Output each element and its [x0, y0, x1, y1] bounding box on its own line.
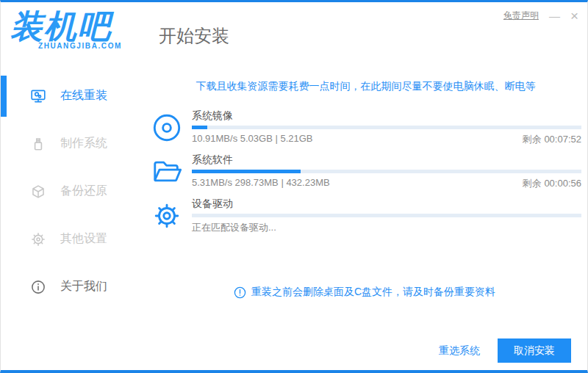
- titlebar-controls: 免责声明 — ×: [503, 9, 578, 23]
- info-icon: [30, 279, 46, 295]
- close-button[interactable]: ×: [570, 9, 578, 23]
- sidebar-item-label: 制作系统: [60, 136, 107, 151]
- sidebar: 在线重装 制作系统 备份还原 其他设置: [1, 72, 140, 311]
- progress-fill: [192, 170, 301, 173]
- sidebar-item-make-system[interactable]: 制作系统: [1, 120, 140, 167]
- task-name: 设备驱动: [192, 198, 581, 211]
- cancel-install-button[interactable]: 取消安装: [498, 338, 571, 363]
- disclaimer-link[interactable]: 免责声明: [503, 10, 539, 22]
- folder-icon: [151, 156, 182, 187]
- notice-text: 重装之前会删除桌面及C盘文件，请及时备份重要资料: [251, 286, 495, 299]
- footer-actions: 重选系统 取消安装: [439, 338, 571, 363]
- disc-icon: [151, 112, 182, 143]
- minimize-button[interactable]: —: [549, 10, 560, 21]
- task-name: 系统软件: [192, 153, 581, 167]
- logo-text: 装机吧: [10, 8, 122, 46]
- sidebar-item-online-reinstall[interactable]: 在线重装: [1, 72, 140, 120]
- gear-icon: [30, 231, 46, 247]
- main-content: 下载且收集资源需要耗费一点时间，在此期间尽量不要使电脑休眠、断电等 系统镜像 1…: [140, 67, 588, 309]
- reselect-system-button[interactable]: 重选系统: [439, 344, 480, 358]
- progress-fill: [192, 126, 207, 129]
- progress-bar: [192, 214, 581, 217]
- sidebar-item-label: 其他设置: [60, 231, 107, 247]
- sidebar-item-label: 在线重装: [60, 88, 107, 104]
- app-window: 装机吧 ZHUANGJIBA.COM 开始安装 免责声明 — × 在线重装 制作…: [0, 0, 588, 373]
- exclamation-circle-icon: [234, 286, 246, 299]
- monitor-reinstall-icon: [30, 88, 46, 104]
- task-row-system-image: 系统镜像 10.91MB/s 5.03GB | 5.21GB 剩余 00:07:…: [151, 109, 581, 146]
- sidebar-item-label: 备份还原: [60, 184, 107, 199]
- task-time-remaining: 剩余 00:07:52: [523, 133, 581, 146]
- progress-bar: [192, 170, 581, 173]
- app-logo: 装机吧 ZHUANGJIBA.COM: [10, 8, 122, 50]
- backup-restore-icon: [30, 184, 46, 200]
- task-time-remaining: 剩余 00:00:56: [523, 177, 581, 190]
- task-row-system-software: 系统软件 5.31MB/s 298.73MB | 432.23MB 剩余 00:…: [151, 153, 581, 190]
- task-row-device-driver: 设备驱动 正在匹配设备驱动...: [151, 198, 581, 234]
- task-name: 系统镜像: [192, 109, 581, 123]
- sidebar-item-backup-restore[interactable]: 备份还原: [1, 167, 140, 215]
- task-speed-size: 5.31MB/s 298.73MB | 432.23MB: [192, 177, 330, 190]
- task-speed-size: 10.91MB/s 5.03GB | 5.21GB: [192, 133, 313, 146]
- task-status-text: 正在匹配设备驱动...: [192, 221, 276, 234]
- backup-notice: 重装之前会删除桌面及C盘文件，请及时备份重要资料: [140, 286, 588, 299]
- sidebar-item-label: 关于我们: [60, 279, 107, 294]
- warning-text: 下载且收集资源需要耗费一点时间，在此期间尽量不要使电脑休眠、断电等: [151, 80, 580, 93]
- gear-icon: [151, 200, 182, 231]
- sidebar-item-other-settings[interactable]: 其他设置: [1, 215, 140, 263]
- usb-icon: [30, 136, 46, 152]
- page-title: 开始安装: [159, 24, 229, 48]
- task-list: 系统镜像 10.91MB/s 5.03GB | 5.21GB 剩余 00:07:…: [151, 109, 581, 234]
- sidebar-item-about-us[interactable]: 关于我们: [1, 263, 140, 311]
- progress-bar: [192, 126, 581, 129]
